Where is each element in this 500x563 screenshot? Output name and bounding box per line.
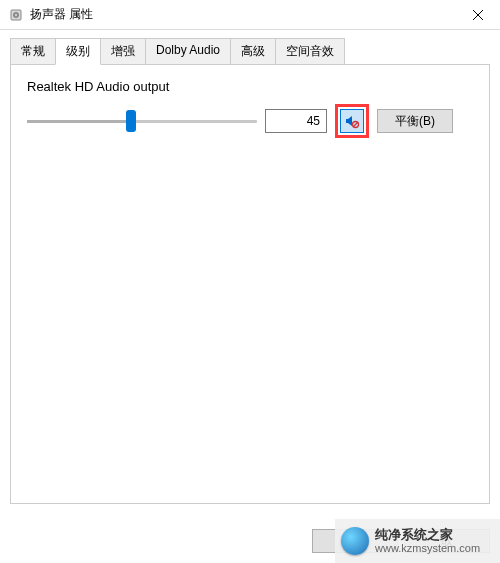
speaker-mute-icon xyxy=(344,113,360,129)
level-controls: 平衡(B) xyxy=(27,104,473,138)
slider-fill xyxy=(27,120,131,123)
watermark-text: 纯净系统之家 www.kzmsystem.com xyxy=(375,527,480,556)
volume-slider[interactable] xyxy=(27,109,257,133)
tab-content-levels: Realtek HD Audio output 平衡(B) xyxy=(10,64,490,504)
close-icon xyxy=(473,10,483,20)
tab-strip: 常规 级别 增强 Dolby Audio 高级 空间音效 xyxy=(10,38,490,64)
watermark-url: www.kzmsystem.com xyxy=(375,542,480,555)
tab-enhancements[interactable]: 增强 xyxy=(100,38,146,64)
tab-spatial-sound[interactable]: 空间音效 xyxy=(275,38,345,64)
titlebar: 扬声器 属性 xyxy=(0,0,500,30)
speaker-icon xyxy=(8,7,24,23)
tab-general[interactable]: 常规 xyxy=(10,38,56,64)
mute-button[interactable] xyxy=(340,109,364,133)
slider-thumb[interactable] xyxy=(126,110,136,132)
volume-value-input[interactable] xyxy=(265,109,327,133)
window-title: 扬声器 属性 xyxy=(30,6,455,23)
tab-dolby-audio[interactable]: Dolby Audio xyxy=(145,38,231,64)
svg-line-6 xyxy=(353,122,357,126)
balance-button[interactable]: 平衡(B) xyxy=(377,109,453,133)
tab-levels[interactable]: 级别 xyxy=(55,38,101,65)
dialog-body: 常规 级别 增强 Dolby Audio 高级 空间音效 Realtek HD … xyxy=(0,30,500,504)
watermark-logo-icon xyxy=(341,527,369,555)
watermark-title: 纯净系统之家 xyxy=(375,527,480,543)
watermark: 纯净系统之家 www.kzmsystem.com xyxy=(335,519,500,563)
device-label: Realtek HD Audio output xyxy=(27,79,473,94)
tab-advanced[interactable]: 高级 xyxy=(230,38,276,64)
mute-highlight xyxy=(335,104,369,138)
slider-track xyxy=(27,120,257,123)
close-button[interactable] xyxy=(455,0,500,30)
svg-point-2 xyxy=(15,13,17,15)
